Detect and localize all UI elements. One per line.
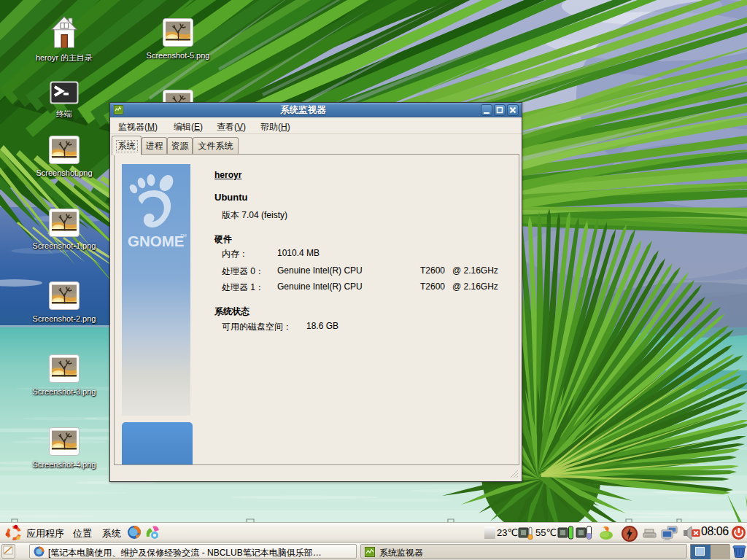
svg-text:GNOME: GNOME <box>128 233 184 249</box>
svg-text:TM: TM <box>180 233 187 238</box>
